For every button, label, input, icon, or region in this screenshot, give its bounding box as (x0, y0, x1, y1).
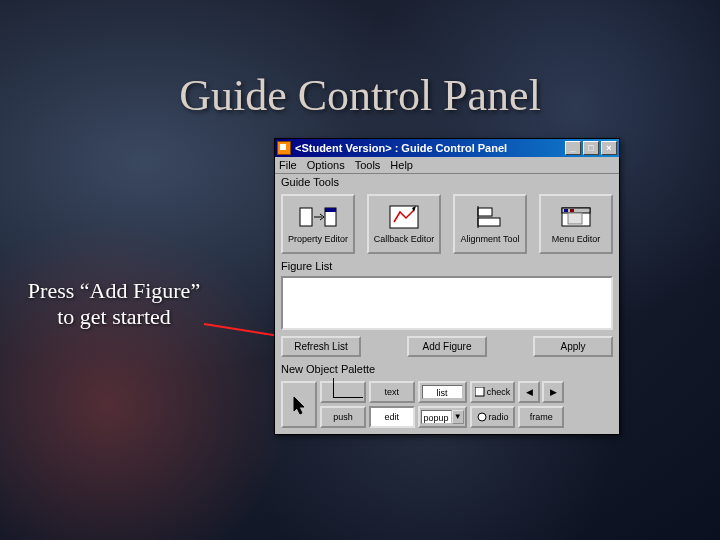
svg-rect-4 (325, 208, 336, 212)
property-editor-button[interactable]: Property Editor (281, 194, 355, 254)
menu-help[interactable]: Help (390, 159, 413, 171)
checkbox-label: check (487, 387, 511, 397)
menu-editor-button[interactable]: Menu Editor (539, 194, 613, 254)
refresh-list-button[interactable]: Refresh List (281, 336, 361, 357)
maximize-button[interactable]: □ (583, 141, 599, 155)
callback-editor-label: Callback Editor (374, 235, 435, 245)
figure-list-buttons: Refresh List Add Figure Apply (275, 332, 619, 361)
minimize-button[interactable]: _ (565, 141, 581, 155)
listbox-label: list (422, 385, 463, 399)
svg-rect-14 (475, 387, 484, 396)
annotation-line1: Press “Add Figure” (28, 278, 200, 303)
property-editor-icon (297, 203, 339, 231)
slide-title: Guide Control Panel (0, 70, 720, 121)
close-button[interactable]: × (601, 141, 617, 155)
menu-file[interactable]: File (279, 159, 297, 171)
svg-rect-2 (300, 208, 312, 226)
property-editor-label: Property Editor (288, 235, 348, 245)
svg-point-15 (478, 413, 486, 421)
svg-rect-11 (564, 209, 568, 212)
slider-right-icon: ▶ (542, 381, 564, 403)
annotation-line2: to get started (57, 304, 171, 329)
svg-rect-6 (478, 208, 492, 216)
figure-list[interactable] (281, 276, 613, 330)
callback-editor-icon (383, 203, 425, 231)
selection-tool-button[interactable] (281, 381, 317, 428)
menu-options[interactable]: Options (307, 159, 345, 171)
figure-list-label: Figure List (275, 258, 619, 274)
menu-editor-label: Menu Editor (552, 235, 601, 245)
radio-label: radio (489, 412, 509, 422)
chevron-down-icon: ▼ (452, 410, 464, 424)
axes-icon (329, 384, 357, 400)
cursor-icon (292, 395, 306, 415)
alignment-tool-button[interactable]: Alignment Tool (453, 194, 527, 254)
palette-label: New Object Palette (275, 361, 619, 377)
check-icon (475, 387, 485, 397)
slider-button[interactable]: ◀ ▶ (518, 381, 564, 403)
window-title: <Student Version> : Guide Control Panel (295, 142, 565, 154)
apply-button[interactable]: Apply (533, 336, 613, 357)
svg-rect-13 (568, 213, 582, 224)
svg-rect-12 (570, 209, 574, 212)
listbox-button[interactable]: list (418, 381, 467, 403)
edit-button[interactable]: edit (369, 406, 415, 428)
app-icon (277, 141, 291, 155)
guide-tools-toolbar: Property Editor Callback Editor Alignmen… (275, 190, 619, 258)
slider-left-icon: ◀ (518, 381, 540, 403)
frame-button[interactable]: frame (518, 406, 564, 428)
annotation-text: Press “Add Figure” to get started (14, 278, 214, 331)
radio-icon (477, 412, 487, 422)
menu-editor-icon (555, 203, 597, 231)
popup-label: popup (421, 410, 452, 424)
guide-control-panel-window: <Student Version> : Guide Control Panel … (274, 138, 620, 435)
palette: text list check ◀ ▶ push edit popup ▼ ra… (275, 377, 619, 434)
text-button[interactable]: text (369, 381, 415, 403)
guide-tools-label: Guide Tools (275, 174, 619, 190)
alignment-tool-icon (469, 203, 511, 231)
callback-editor-button[interactable]: Callback Editor (367, 194, 441, 254)
alignment-tool-label: Alignment Tool (461, 235, 520, 245)
checkbox-button[interactable]: check (470, 381, 516, 403)
svg-rect-7 (478, 218, 500, 226)
axes-button[interactable] (320, 381, 366, 403)
radio-button[interactable]: radio (470, 406, 516, 428)
add-figure-button[interactable]: Add Figure (407, 336, 487, 357)
menu-bar: File Options Tools Help (275, 157, 619, 174)
push-button[interactable]: push (320, 406, 366, 428)
popup-button[interactable]: popup ▼ (418, 406, 467, 428)
menu-tools[interactable]: Tools (355, 159, 381, 171)
titlebar[interactable]: <Student Version> : Guide Control Panel … (275, 139, 619, 157)
